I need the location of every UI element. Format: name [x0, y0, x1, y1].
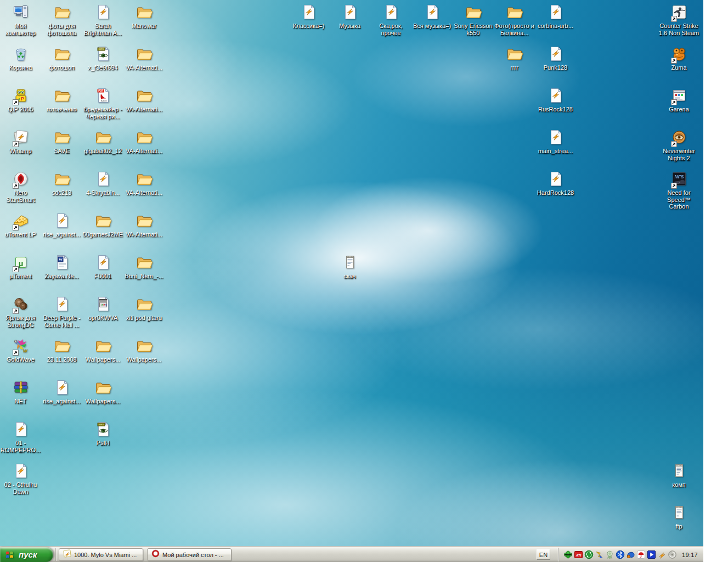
desktop-icon[interactable]: Классика=) [288, 3, 329, 30]
desktop-icon[interactable]: 4-Skryabin... [82, 170, 123, 196]
desktop-icon[interactable]: NFSNeed for Speed™ Carbon [658, 170, 699, 210]
desktop-icon-label: Deep Purple - Come Hell ... [41, 314, 82, 328]
desktop-icon[interactable]: PDFAdobeБредемайер - Черная ри... [82, 86, 123, 120]
desktop-icon[interactable]: Manowar [123, 3, 165, 30]
green-arrows-tray-icon[interactable] [584, 550, 594, 559]
desktop-icon[interactable]: 02 - Cthulhu Dawn [0, 462, 41, 495]
shortcut-arrow-icon [13, 183, 19, 189]
desktop-icon[interactable]: Музыка [329, 3, 370, 30]
desktop-icon[interactable]: Nero StartSmart [0, 170, 41, 203]
desktop-icon[interactable]: Boni_Nem_-... [123, 253, 165, 280]
desktop-icon[interactable]: Wallpapers... [82, 336, 123, 363]
qip-tray-icon[interactable] [563, 550, 573, 559]
desktop-icon[interactable]: Вся музыка=) [411, 3, 453, 30]
desktop-icon[interactable]: gigabait02_12 [82, 128, 123, 155]
desktop-icon-label: Manowar [132, 23, 156, 30]
desktop-icon[interactable]: xiti pod gitaru [123, 295, 165, 322]
taskbar-task-button[interactable]: Мой рабочий стол - ... [147, 548, 232, 561]
dcpp-tray-icon[interactable] [626, 550, 635, 559]
desktop-icon[interactable]: Winamp [0, 128, 41, 155]
desktop-icon[interactable]: F0001 [82, 253, 123, 280]
desktop-icon[interactable]: скач [329, 253, 370, 280]
ati-tray-icon[interactable]: ATI [574, 550, 583, 559]
badge-tray-icon[interactable] [605, 550, 614, 559]
winamp-file-icon [53, 295, 71, 313]
desktop-icon[interactable]: Sarah Brightman A... [82, 3, 123, 36]
svg-text:MP3: MP3 [99, 48, 104, 50]
desktop-icon[interactable]: rise_against... [41, 211, 82, 238]
avira-tray-icon[interactable] [636, 550, 646, 559]
taskbar-task-button[interactable]: 1000. Mylo Vs Miami ... [59, 548, 143, 561]
desktop-icon[interactable]: VA-Alternati... [123, 170, 165, 196]
play-tray-icon[interactable] [647, 550, 656, 559]
desktop-icon[interactable]: corbina-urb... [535, 3, 576, 30]
desktop-icon[interactable]: iPQIP 2005 [0, 86, 41, 113]
cs-icon [670, 3, 689, 21]
desktop-icon[interactable]: WZayava.Ne... [41, 253, 82, 280]
winamp-file-icon [12, 420, 30, 439]
desktop-icon[interactable]: rise_against... [41, 378, 82, 405]
desktop-icon[interactable]: Ярлык для StrongDC [0, 295, 41, 328]
start-button[interactable]: пуск [0, 547, 53, 562]
shortcut-arrow-icon [671, 58, 677, 64]
shortcut-arrow-icon [671, 16, 677, 22]
desktop-icon[interactable]: sdc213 [41, 170, 82, 196]
desktop-icon[interactable]: Ска,рок, прочее [370, 3, 411, 36]
desktop-icon[interactable]: MP3x_f3e9f694 [82, 44, 123, 71]
desktop-icon[interactable]: 321opr0KWVA [82, 295, 123, 322]
desktop-icon[interactable]: фотошоп [41, 44, 82, 71]
folder-icon [464, 3, 483, 21]
desktop-icon[interactable]: 23.11.2008 [41, 336, 82, 363]
recycle-bin-icon [12, 44, 30, 63]
desktop-icon[interactable]: Sony Ericsson k550 [453, 3, 494, 36]
desktop-icon[interactable]: готовченко [41, 86, 82, 113]
winamp-tray-icon[interactable] [657, 550, 667, 559]
word-icon: W [53, 253, 71, 272]
desktop-icon[interactable]: VA-Alternati... [123, 86, 165, 113]
language-indicator[interactable]: EN [537, 549, 550, 560]
folder-icon [94, 378, 112, 397]
clock[interactable]: 19:17 [682, 552, 698, 558]
garena-icon [670, 86, 689, 105]
desktop-icon[interactable]: Мой компьютер [0, 3, 41, 36]
desktop-icon[interactable]: 50gamesJ2ME [82, 211, 123, 238]
desktop-icon[interactable]: MP3PsIH [82, 420, 123, 447]
punto-tray-icon[interactable] [595, 550, 604, 559]
desktop-icon[interactable]: Punk128 [535, 44, 576, 71]
desktop-icon[interactable]: Wallpapers... [82, 378, 123, 405]
desktop-icon[interactable]: WGoldWave [0, 336, 41, 363]
tray-divider [558, 548, 559, 561]
desktop-icon[interactable]: Counter Strike 1.6 Non Steam [658, 3, 699, 36]
desktop-icon[interactable]: VA-Alternati... [123, 211, 165, 238]
desktop-icon[interactable]: SAVE [41, 128, 82, 155]
task-label: Мой рабочий стол - ... [162, 552, 224, 558]
desktop-icon[interactable]: 01 - ROMPEPRO... [0, 420, 41, 453]
desktop-icon[interactable]: rrrr [494, 44, 535, 71]
desktop-icon[interactable]: µµTorrent [0, 253, 41, 280]
desktop-icon[interactable]: ftp [658, 503, 699, 530]
desktop-icon[interactable]: Garena [658, 86, 699, 113]
desktop-icon[interactable]: HardRock128 [535, 170, 576, 196]
bluetooth-tray-icon[interactable] [616, 550, 625, 559]
folder-icon [53, 3, 71, 21]
desktop-icon[interactable]: Корзина [0, 44, 41, 71]
desktop-icon[interactable]: main_strea... [535, 128, 576, 155]
desktop-icon[interactable]: Deep Purple - Come Hell ... [41, 295, 82, 328]
desktop-icon[interactable]: VA-Alternati... [123, 128, 165, 155]
winamp-app-icon [12, 128, 30, 147]
desktop-icon[interactable]: uTorrent LP [0, 211, 41, 238]
desktop-icon[interactable]: NET [0, 378, 41, 405]
desktop-icon[interactable]: комп [658, 462, 699, 488]
desktop-icon[interactable]: Neverwinter Nights 2 [658, 128, 699, 161]
desktop-icon-label: Sony Ericsson k550 [453, 23, 494, 36]
desktop-wallpaper[interactable]: Мой компьютерКорзинаiPQIP 2005WinampNero… [0, 0, 703, 546]
folder-icon [53, 170, 71, 188]
desktop-icon[interactable]: Wallpapers... [123, 336, 165, 363]
desktop-icon[interactable]: RusRock128 [535, 86, 576, 113]
desktop-icon[interactable]: VA-Alternati... [123, 44, 165, 71]
desktop-icon[interactable]: фоты для фотошопа [41, 3, 82, 36]
desktop-icon[interactable]: Фото(просто и Белкина... [494, 3, 535, 36]
desktop-icon[interactable]: Zuma [658, 44, 699, 71]
volume-tray-icon[interactable] [668, 550, 677, 559]
mu-torrent-icon: µ [12, 253, 30, 272]
